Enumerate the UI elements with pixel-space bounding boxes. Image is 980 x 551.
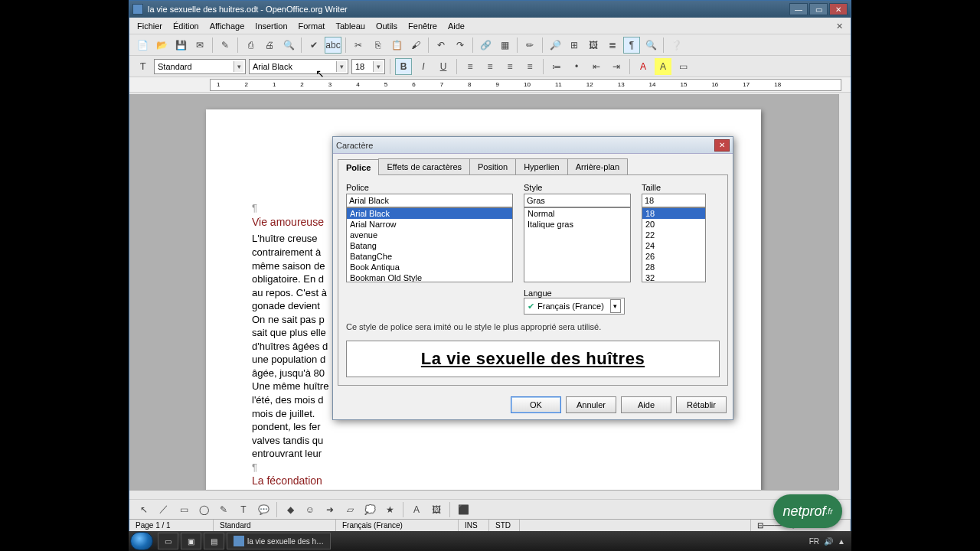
menu-outils[interactable]: Outils	[371, 20, 402, 32]
reset-button[interactable]: Rétablir	[676, 396, 727, 413]
callout-icon[interactable]: 💬	[255, 501, 272, 518]
tab-hyperlien[interactable]: Hyperlien	[515, 158, 567, 174]
police-input[interactable]	[346, 194, 513, 207]
list-item[interactable]: 18	[642, 208, 705, 219]
cancel-button[interactable]: Annuler	[566, 396, 616, 413]
help-icon[interactable]: ❔	[668, 37, 684, 54]
quick-launch-icon[interactable]: ▣	[181, 533, 201, 549]
menu-aide[interactable]: Aide	[443, 20, 469, 32]
close-button[interactable]: ✕	[829, 3, 848, 15]
font-color-icon[interactable]: A	[635, 58, 652, 75]
menu-fichier[interactable]: Fichier	[132, 20, 167, 32]
tab-arriere-plan[interactable]: Arrière-plan	[567, 158, 628, 174]
table-icon[interactable]: ▦	[496, 37, 513, 54]
rect-icon[interactable]: ▭	[175, 501, 192, 518]
dialog-close-button[interactable]: ✕	[714, 139, 730, 152]
list-item[interactable]: 22	[642, 230, 705, 240]
autocheck-icon[interactable]: abc	[325, 37, 341, 54]
flowchart-icon[interactable]: ▱	[341, 501, 358, 518]
line-icon[interactable]: ／	[155, 501, 172, 518]
vertical-scrollbar[interactable]	[838, 94, 851, 490]
navigator-icon[interactable]: ⊞	[566, 37, 583, 54]
bg-color-icon[interactable]: ▭	[675, 58, 691, 75]
lang-combo[interactable]: ✔ Français (France) ▾	[524, 298, 625, 315]
list-item[interactable]: Book Antiqua	[347, 262, 512, 272]
underline-button[interactable]: U	[435, 58, 452, 75]
taskbar-app[interactable]: la vie sexuelle des h…	[227, 533, 331, 549]
outdent-icon[interactable]: ⇤	[588, 58, 605, 75]
extrusion-icon[interactable]: ⬛	[455, 501, 472, 518]
datasource-icon[interactable]: ≣	[604, 37, 621, 54]
paste-icon[interactable]: 📋	[388, 37, 405, 54]
print-icon[interactable]: 🖨	[261, 37, 278, 54]
maximize-button[interactable]: ▭	[809, 3, 828, 15]
find-icon[interactable]: 🔎	[547, 37, 564, 54]
list-item[interactable]: 20	[642, 219, 705, 230]
status-ins[interactable]: INS	[459, 520, 489, 531]
menu-fenetre[interactable]: Fenêtre	[403, 20, 442, 32]
callouts-icon[interactable]: 💭	[361, 501, 378, 518]
horizontal-ruler[interactable]: 121 234 567 8910 111213 141516 1718	[210, 79, 841, 91]
bullet-list-icon[interactable]: •	[568, 58, 585, 75]
brush-icon[interactable]: 🖌	[407, 37, 424, 54]
zoom-icon[interactable]: 🔍	[642, 37, 659, 54]
list-item[interactable]: Arial Narrow	[347, 219, 512, 230]
list-item[interactable]: BatangChe	[347, 251, 512, 262]
redo-icon[interactable]: ↷	[452, 37, 469, 54]
nonprint-icon[interactable]: ¶	[623, 37, 640, 54]
style-list[interactable]: Normal Italique gras	[524, 207, 631, 282]
size-input[interactable]	[642, 194, 706, 207]
symbol-shapes-icon[interactable]: ☺	[302, 501, 318, 518]
style-input[interactable]	[524, 194, 631, 207]
preview-icon[interactable]: 🔍	[280, 37, 297, 54]
gallery-icon[interactable]: 🖼	[585, 37, 602, 54]
numbered-list-icon[interactable]: ≔	[548, 58, 565, 75]
indent-icon[interactable]: ⇥	[608, 58, 625, 75]
edit-icon[interactable]: ✎	[217, 37, 234, 54]
police-list[interactable]: Arial Black Arial Narrow avenue Batang B…	[346, 207, 513, 282]
draw-icon[interactable]: ✏	[521, 37, 538, 54]
size-list[interactable]: 18 20 22 24 26 28 32	[642, 207, 706, 282]
status-style[interactable]: Standard	[214, 520, 336, 531]
from-file-icon[interactable]: 🖼	[428, 501, 445, 518]
new-icon[interactable]: 📄	[134, 37, 151, 54]
tab-effets[interactable]: Effets de caractères	[378, 158, 470, 174]
list-item[interactable]: 24	[642, 240, 705, 251]
arrows-icon[interactable]: ➜	[322, 501, 338, 518]
dialog-titlebar[interactable]: Caractère ✕	[333, 137, 733, 154]
tray-icon[interactable]: 🔊	[824, 537, 833, 546]
save-icon[interactable]: 💾	[172, 37, 189, 54]
align-right-icon[interactable]: ≡	[501, 58, 518, 75]
heading-fecondation[interactable]: La fécondation	[252, 474, 715, 488]
fontwork-icon[interactable]: A	[408, 501, 425, 518]
pointer-icon[interactable]: ↖	[136, 501, 152, 518]
list-item[interactable]: Batang	[347, 240, 512, 251]
styles-icon[interactable]: Ƭ	[134, 58, 151, 75]
cut-icon[interactable]: ✂	[350, 37, 367, 54]
system-tray[interactable]: FR 🔊 ▲	[809, 537, 850, 546]
align-center-icon[interactable]: ≡	[482, 58, 498, 75]
freeform-icon[interactable]: ✎	[215, 501, 232, 518]
mail-icon[interactable]: ✉	[191, 37, 208, 54]
list-item[interactable]: Arial Black	[347, 208, 512, 219]
basic-shapes-icon[interactable]: ◆	[282, 501, 299, 518]
highlight-icon[interactable]: A	[655, 58, 671, 75]
font-size-combo[interactable]: 18	[351, 59, 385, 74]
bold-button[interactable]: B	[395, 58, 412, 75]
help-button[interactable]: Aide	[621, 396, 671, 413]
quick-launch-icon[interactable]: ▤	[204, 533, 224, 549]
list-item[interactable]: Normal	[524, 208, 630, 219]
tab-police[interactable]: Police	[338, 159, 379, 175]
copy-icon[interactable]: ⎘	[369, 37, 386, 54]
menu-affichage[interactable]: Affichage	[205, 20, 250, 32]
tray-icon[interactable]: ▲	[838, 537, 845, 546]
align-justify-icon[interactable]: ≡	[521, 58, 538, 75]
ok-button[interactable]: OK	[511, 396, 561, 413]
chevron-down-icon[interactable]: ▾	[610, 299, 621, 313]
font-name-combo[interactable]: Arial Black	[249, 59, 348, 74]
menu-format[interactable]: Format	[294, 20, 330, 32]
spellcheck-icon[interactable]: ✔	[305, 37, 322, 54]
stars-icon[interactable]: ★	[381, 501, 398, 518]
undo-icon[interactable]: ↶	[433, 37, 449, 54]
start-button[interactable]	[130, 532, 153, 550]
